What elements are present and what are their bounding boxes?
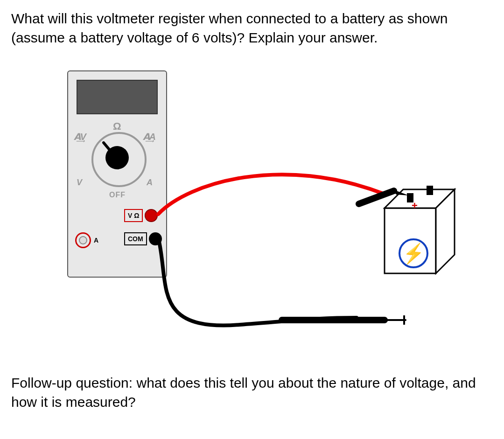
meter-display <box>77 80 158 114</box>
jack-amp-label: A <box>94 237 98 244</box>
dial-label-ac-amps: A͢A <box>143 131 155 142</box>
jack-vohm: V Ω <box>124 209 158 222</box>
dial-label-off: OFF <box>109 191 126 199</box>
jack-amp: A <box>75 232 98 248</box>
jack-com-label: COM <box>124 232 147 245</box>
jack-com: COM <box>124 232 162 245</box>
battery: + ⚡ <box>380 185 464 280</box>
dial-label-dc-amps: A <box>147 178 153 188</box>
battery-plus-label: + <box>412 200 418 212</box>
followup-text: Follow-up question: what does this tell … <box>11 374 493 411</box>
dial-label-ac-volts: A͢V <box>74 131 85 142</box>
jack-vohm-socket <box>145 209 158 222</box>
circuit-diagram: Ω A͢V A͢A V A OFF V Ω COM A <box>21 66 469 355</box>
red-lead-wire <box>158 174 385 214</box>
battery-lightning-icon: ⚡ <box>399 238 428 268</box>
jack-amp-socket <box>75 232 91 248</box>
multimeter-body: Ω A͢V A͢A V A OFF V Ω COM A <box>67 70 167 278</box>
lightning-bolt-icon: ⚡ <box>402 242 425 265</box>
jack-vohm-label: V Ω <box>124 209 143 222</box>
question-text: What will this voltmeter register when c… <box>11 9 493 47</box>
dial-label-ohm: Ω <box>113 120 121 132</box>
black-lead-wire <box>158 237 357 326</box>
dial-label-dc-volts: V <box>77 178 82 188</box>
battery-terminal-negative <box>427 186 433 195</box>
jack-com-socket <box>149 232 162 245</box>
